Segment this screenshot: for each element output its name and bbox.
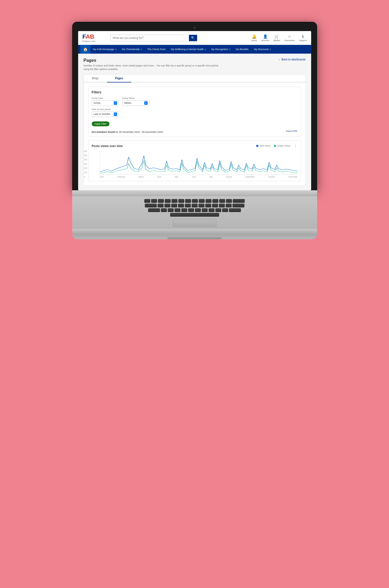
key <box>199 199 205 203</box>
key <box>158 199 164 203</box>
logo-subtitle: Firstplace Labs <box>82 40 95 42</box>
sidebar-item-the-check-point[interactable]: The Check Point <box>145 45 168 53</box>
laptop-foot <box>167 237 222 239</box>
key <box>178 204 184 207</box>
x-label-november: November <box>289 176 297 178</box>
time-period-label: Filter by time period <box>92 108 119 111</box>
key <box>232 204 244 207</box>
chevron-down-icon: ▾ <box>205 48 206 51</box>
account-icon-item[interactable]: 👤 Account <box>261 34 269 42</box>
key <box>171 204 177 207</box>
alerts-icon: 🔔 <box>252 34 256 39</box>
nav-item-label: My Wellbeing & Mental Health <box>171 48 204 51</box>
trackpad[interactable] <box>173 219 216 227</box>
time-period-filter: Filter by time period Last 12 Months ▾ <box>92 108 119 117</box>
chart-header: Posts views over time Total Views <box>92 144 298 148</box>
key <box>209 208 215 212</box>
apply-filter-button[interactable]: Apply Filter <box>92 121 109 126</box>
key <box>212 204 218 207</box>
legend-total-views: Total Views <box>256 145 270 147</box>
tab-blogs[interactable]: Blogs <box>84 75 107 82</box>
y-label-500: 500 <box>84 154 87 156</box>
key <box>185 199 191 203</box>
sidebar-item-benefits[interactable]: My Benefits <box>233 45 251 53</box>
chart-x-labels: 2019 February March April May June July … <box>100 176 298 178</box>
key <box>205 204 211 207</box>
search-input[interactable] <box>111 35 189 41</box>
x-label-september: September <box>246 176 255 178</box>
group-type-value: Group <box>94 102 100 104</box>
logo: FAB Firstplace Labs <box>82 33 107 42</box>
y-label-100: 100 <box>84 171 87 173</box>
chart-wrapper: 600 500 400 300 200 100 0 <box>92 150 298 178</box>
group-type-label: Group Type <box>92 97 119 99</box>
keyboard-grid <box>72 196 317 219</box>
group-name-value: Values <box>124 102 131 104</box>
tabs-header: Blogs Pages <box>84 75 305 82</box>
group-name-select[interactable]: Values ▾ <box>122 100 149 106</box>
key <box>148 208 160 212</box>
key <box>161 208 167 212</box>
sidebar-item-discounts[interactable]: My Discounts ▾ <box>251 45 274 53</box>
x-label-april: April <box>157 176 161 178</box>
key <box>229 208 241 212</box>
favourites-icon-item[interactable]: ☆ Favourites <box>284 34 295 42</box>
key <box>198 204 204 207</box>
y-label-300: 300 <box>84 163 87 165</box>
chevron-down-icon: ▾ <box>115 48 117 51</box>
sidebar-item-recognition[interactable]: My Recognition ▾ <box>209 45 233 53</box>
sidebar-item-wellbeing[interactable]: My Wellbeing & Mental Health ▾ <box>168 45 209 53</box>
search-bar[interactable]: 🔍 <box>110 35 197 41</box>
group-type-filter: Group Type Group ▾ <box>92 97 119 106</box>
key <box>215 208 221 212</box>
back-to-dashboards-link[interactable]: ← Back to dashboards <box>278 58 305 61</box>
legend-dot-unique <box>274 145 276 147</box>
tab-pages[interactable]: Pages <box>107 75 131 82</box>
sidebar-item-my-checkatrade[interactable]: My Checkatrade ▾ <box>119 45 145 53</box>
export-pdf-link[interactable]: Export PDF <box>286 130 297 132</box>
chart-legend: Total Views Unique Views <box>256 145 290 147</box>
filters-row: Group Type Group ▾ Group Name V <box>92 97 298 106</box>
chevron-down-icon: ▾ <box>141 48 142 51</box>
chart-svg <box>100 150 298 174</box>
x-label-july: July <box>209 176 213 178</box>
key <box>174 208 180 212</box>
key <box>165 199 171 203</box>
key <box>206 199 212 203</box>
nav-item-label: My Recognition <box>211 48 228 51</box>
search-button[interactable]: 🔍 <box>189 35 197 41</box>
spacebar-key <box>170 213 219 217</box>
time-period-select[interactable]: Last 12 Months ▾ <box>92 111 119 117</box>
y-label-0: 0 <box>84 176 87 178</box>
key <box>164 204 170 207</box>
keyboard-row-2 <box>88 204 301 207</box>
laptop-container: FAB Firstplace Labs 🔍 🔔 Alerts 👤 <box>72 22 317 239</box>
chart-title: Posts views over time <box>92 144 123 148</box>
keyboard-row-4 <box>88 213 301 217</box>
group-type-select[interactable]: Group ▾ <box>92 100 119 106</box>
x-label-june: June <box>192 176 196 178</box>
alerts-label: Alerts <box>251 39 257 42</box>
y-label-400: 400 <box>84 159 87 161</box>
key <box>158 204 164 207</box>
chart-menu-icon[interactable]: ⋮ <box>294 144 298 148</box>
x-label-may: May <box>174 176 178 178</box>
filters-box: Filters Group Type Group ▾ <box>88 87 301 137</box>
key <box>195 208 201 212</box>
key <box>168 208 174 212</box>
support-icon: ℹ <box>302 34 304 39</box>
favourites-label: Favourites <box>284 39 295 42</box>
sidebar-item-my-fab-homepage[interactable]: My FAB Homepage ▾ <box>90 45 119 53</box>
nav-home-button[interactable]: 🏠 <box>80 45 90 54</box>
support-icon-item[interactable]: ℹ Support <box>299 34 307 42</box>
page-header: Pages ← Back to dashboards <box>84 58 306 63</box>
chart-y-labels: 600 500 400 300 200 100 0 <box>84 150 87 178</box>
basket-icon-item[interactable]: 🛒 Basket <box>274 34 280 42</box>
laptop-camera <box>194 27 196 29</box>
laptop-bottom <box>72 229 317 239</box>
chevron-down-icon: ▾ <box>114 112 117 116</box>
alerts-icon-item[interactable]: 🔔 Alerts <box>251 34 257 42</box>
logo-ab: AB <box>86 33 94 40</box>
nav-item-label: My FAB Homepage <box>93 48 114 51</box>
chevron-down-icon: ▾ <box>229 48 230 51</box>
